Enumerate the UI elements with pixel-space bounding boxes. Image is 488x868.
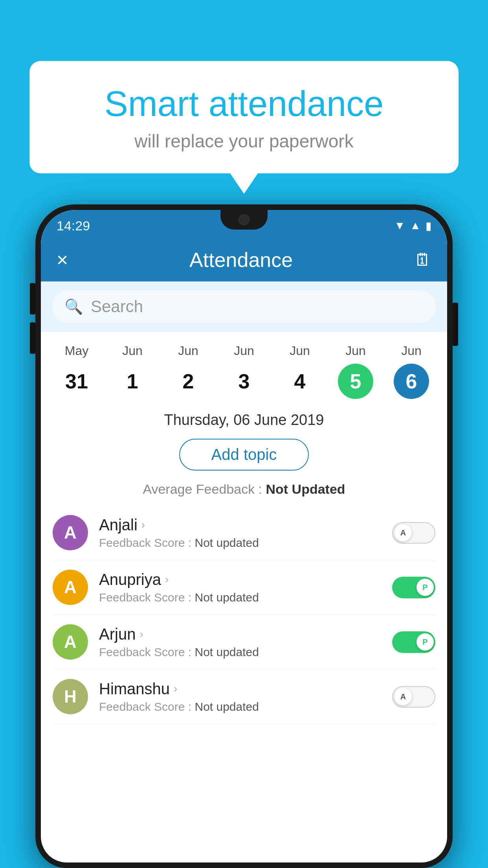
signal-icon: ▲ — [410, 219, 421, 232]
phone-vol-up — [30, 283, 35, 314]
cal-date-number[interactable]: 3 — [226, 364, 262, 399]
student-name: Anupriya› — [99, 571, 381, 588]
feedback-score: Feedback Score : Not updated — [99, 645, 381, 659]
chevron-icon: › — [174, 682, 177, 695]
cal-month-label: Jun — [178, 344, 198, 358]
toggle-off[interactable]: A — [392, 522, 435, 544]
avg-feedback: Average Feedback : Not Updated — [41, 478, 447, 506]
feedback-score: Feedback Score : Not updated — [99, 536, 381, 550]
student-avatar: A — [53, 570, 88, 605]
toggle-knob: A — [394, 688, 412, 705]
calendar-day[interactable]: Jun6 — [388, 344, 435, 399]
cal-date-number[interactable]: 1 — [115, 364, 150, 399]
status-icons: ▼ ▲ ▮ — [394, 219, 431, 232]
attendance-toggle[interactable]: P — [392, 631, 435, 653]
close-button[interactable]: × — [57, 248, 68, 271]
cal-date-number[interactable]: 5 — [338, 364, 373, 399]
chevron-icon: › — [139, 628, 143, 640]
calendar-day[interactable]: Jun5 — [332, 344, 379, 399]
student-item[interactable]: AArjun›Feedback Score : Not updatedP — [53, 615, 435, 669]
cal-month-label: Jun — [290, 344, 310, 358]
toggle-on[interactable]: P — [392, 631, 435, 653]
student-info: Anjali›Feedback Score : Not updated — [99, 516, 381, 550]
phone-shell: 14:29 ▼ ▲ ▮ × Attendance 🗓 🔍 Search — [35, 204, 453, 868]
toggle-off[interactable]: A — [392, 686, 435, 708]
cal-month-label: May — [65, 344, 88, 358]
speech-bubble: Smart attendance will replace your paper… — [29, 61, 459, 173]
attendance-toggle[interactable]: A — [392, 686, 435, 708]
cal-date-number[interactable]: 2 — [171, 364, 206, 399]
calendar-day[interactable]: Jun4 — [276, 344, 323, 399]
avg-feedback-value: Not Updated — [266, 482, 345, 497]
cal-month-label: Jun — [401, 344, 422, 358]
cal-date-number[interactable]: 31 — [59, 364, 94, 399]
search-input[interactable]: Search — [91, 297, 143, 316]
student-name: Anjali› — [99, 516, 381, 534]
header-title: Attendance — [189, 248, 293, 272]
add-topic-container: Add topic — [41, 435, 447, 478]
phone-vol-down — [30, 322, 35, 354]
search-icon: 🔍 — [64, 298, 83, 315]
toggle-knob: P — [416, 633, 434, 651]
chevron-icon: › — [141, 519, 145, 531]
student-item[interactable]: HHimanshu›Feedback Score : Not updatedA — [53, 669, 435, 724]
app-header: × Attendance 🗓 — [41, 238, 447, 281]
student-info: Anupriya›Feedback Score : Not updated — [99, 571, 381, 604]
phone-power — [453, 303, 458, 346]
attendance-toggle[interactable]: A — [392, 522, 435, 544]
phone-camera — [238, 214, 250, 225]
phone-notch — [220, 210, 268, 230]
calendar-day[interactable]: Jun2 — [165, 344, 212, 399]
cal-month-label: Jun — [345, 344, 366, 358]
battery-icon: ▮ — [426, 219, 431, 232]
cal-month-label: Jun — [122, 344, 143, 358]
add-topic-button[interactable]: Add topic — [179, 439, 309, 471]
feedback-score: Feedback Score : Not updated — [99, 700, 381, 714]
toggle-knob: P — [416, 579, 434, 596]
selected-date: Thursday, 06 June 2019 — [41, 403, 447, 435]
student-avatar: A — [53, 515, 88, 550]
cal-date-number[interactable]: 4 — [282, 364, 317, 399]
student-info: Himanshu›Feedback Score : Not updated — [99, 680, 381, 714]
speech-bubble-section: Smart attendance will replace your paper… — [29, 61, 459, 173]
calendar-strip: May31Jun1Jun2Jun3Jun4Jun5Jun6 — [41, 332, 447, 403]
student-name: Himanshu› — [99, 680, 381, 698]
student-list: AAnjali›Feedback Score : Not updatedAAAn… — [41, 506, 447, 724]
feedback-score: Feedback Score : Not updated — [99, 591, 381, 604]
toggle-on[interactable]: P — [392, 577, 435, 598]
cal-date-number[interactable]: 6 — [394, 364, 429, 399]
calendar-day[interactable]: Jun3 — [220, 344, 268, 399]
speech-subtitle: will replace your paperwork — [61, 131, 427, 152]
phone-container: 14:29 ▼ ▲ ▮ × Attendance 🗓 🔍 Search — [35, 204, 453, 868]
student-avatar: H — [53, 679, 88, 714]
cal-month-label: Jun — [234, 344, 254, 358]
calendar-icon[interactable]: 🗓 — [414, 250, 431, 270]
search-container: 🔍 Search — [41, 281, 447, 332]
toggle-knob: A — [394, 524, 412, 541]
wifi-icon: ▼ — [394, 219, 405, 232]
search-bar[interactable]: 🔍 Search — [53, 290, 435, 323]
chevron-icon: › — [165, 573, 169, 586]
student-name: Arjun› — [99, 625, 381, 643]
phone-screen: 14:29 ▼ ▲ ▮ × Attendance 🗓 🔍 Search — [41, 210, 447, 862]
calendar-day[interactable]: May31 — [53, 344, 100, 399]
student-info: Arjun›Feedback Score : Not updated — [99, 625, 381, 659]
student-avatar: A — [53, 624, 88, 660]
avg-feedback-label: Average Feedback : — [143, 482, 262, 497]
attendance-toggle[interactable]: P — [392, 577, 435, 598]
status-time: 14:29 — [57, 218, 90, 234]
student-item[interactable]: AAnjali›Feedback Score : Not updatedA — [53, 506, 435, 560]
calendar-day[interactable]: Jun1 — [109, 344, 156, 399]
speech-title: Smart attendance — [61, 85, 427, 123]
student-item[interactable]: AAnupriya›Feedback Score : Not updatedP — [53, 560, 435, 615]
